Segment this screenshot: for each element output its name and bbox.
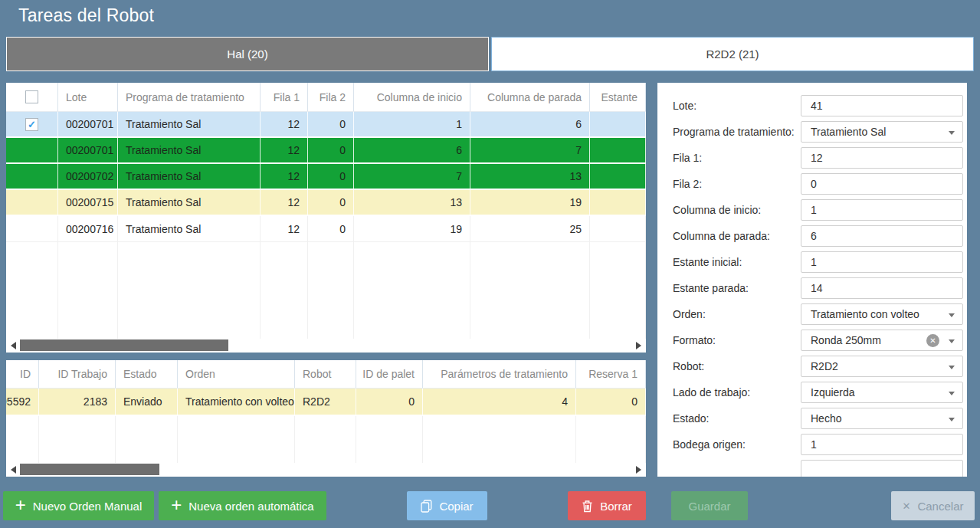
tab-r2d2[interactable]: R2D2 (21): [491, 37, 974, 71]
copy-icon: [421, 500, 432, 513]
column-header-id[interactable]: ID: [6, 360, 39, 388]
scrollbar-thumb[interactable]: [20, 464, 159, 475]
column-header-orden[interactable]: Orden: [178, 360, 295, 388]
jobs-table-header: ID ID Trabajo Estado Orden Robot ID de p…: [6, 360, 646, 389]
cell-fila2: 0: [308, 216, 354, 241]
tab-hal[interactable]: Hal (20): [6, 37, 489, 71]
robot-select[interactable]: R2D2: [801, 356, 963, 377]
cell-programa: Tratamiento Sal: [118, 190, 261, 215]
column-header-estante[interactable]: Estante: [590, 83, 646, 111]
table-row[interactable]: 00200701 Tratamiento Sal 12 0 6 7: [6, 138, 646, 164]
cell-fila1: 12: [261, 216, 308, 241]
column-header-id-trabajo[interactable]: ID Trabajo: [39, 360, 116, 388]
select-all-checkbox[interactable]: [25, 90, 38, 103]
cell-fila1: 12: [261, 138, 308, 162]
cell-lote: 00200716: [58, 216, 118, 241]
chevron-down-icon: [949, 366, 955, 369]
table-row[interactable]: 00200716 Tratamiento Sal 12 0 19 25: [6, 216, 646, 242]
cell-col-parada: 7: [470, 138, 590, 162]
jobs-table-hscrollbar[interactable]: [6, 463, 646, 477]
fila1-field[interactable]: [801, 148, 962, 168]
field-label-fila1: Fila 1:: [673, 152, 801, 164]
fila2-field[interactable]: [801, 174, 962, 194]
cell-lote: 00200701: [58, 138, 118, 162]
table-row[interactable]: ✓ 00200701 Tratamiento Sal 12 0 1 6: [6, 112, 646, 138]
new-automatic-order-button[interactable]: + Nueva orden automática: [159, 491, 326, 520]
orden-select[interactable]: Tratamiento con volteo: [801, 303, 963, 325]
field-label-lote: Lote:: [673, 100, 801, 112]
cell-fila2: 0: [308, 112, 354, 136]
tasks-table-header: Lote Programa de tratamiento Fila 1 Fila…: [6, 83, 646, 112]
cell-col-inicio: 1: [354, 112, 470, 136]
new-manual-order-button[interactable]: + Nuevo Orden Manual: [3, 491, 154, 520]
cell-col-parada: 13: [470, 164, 590, 189]
cell-fila2: 0: [308, 138, 354, 162]
trash-icon: [582, 500, 593, 513]
cell-id-palet: 0: [356, 389, 423, 415]
chevron-down-icon: [949, 392, 955, 395]
copy-button[interactable]: Copiar: [407, 491, 487, 520]
tasks-table-empty-area: [6, 242, 646, 339]
tasks-table-hscrollbar[interactable]: [6, 339, 646, 353]
scroll-right-icon[interactable]: [636, 466, 641, 474]
formato-select[interactable]: Ronda 250mm ✕: [801, 330, 963, 351]
estante-parada-field[interactable]: [801, 278, 962, 298]
cell-col-parada: 6: [470, 112, 590, 136]
column-header-col-inicio[interactable]: Columna de inicio: [354, 83, 470, 111]
cell-lote: 00200701: [58, 112, 118, 136]
cell-col-parada: 19: [470, 190, 590, 215]
columna-parada-field[interactable]: [801, 226, 962, 246]
cell-reserva1: 0: [576, 389, 646, 415]
cell-id-trabajo: 2183: [39, 389, 116, 415]
column-header-lote[interactable]: Lote: [58, 83, 118, 111]
lote-field[interactable]: [801, 96, 962, 116]
save-button[interactable]: Guardar: [671, 491, 748, 520]
programa-select[interactable]: Tratamiento Sal: [801, 121, 963, 143]
cell-estante: [590, 190, 646, 215]
scrollbar-thumb[interactable]: [20, 339, 228, 351]
column-header-reserva1[interactable]: Reserva 1: [576, 360, 646, 388]
cell-col-inicio: 19: [354, 216, 470, 241]
estado-select[interactable]: Hecho: [801, 408, 963, 429]
columna-inicio-field[interactable]: [801, 200, 962, 220]
row-checkbox[interactable]: ✓: [25, 118, 38, 131]
tasks-table: Lote Programa de tratamiento Fila 1 Fila…: [6, 83, 646, 353]
table-row[interactable]: 00200702 Tratamiento Sal 12 0 7 13: [6, 164, 646, 190]
scroll-right-icon[interactable]: [636, 342, 641, 349]
cell-estado: Enviado: [116, 389, 178, 415]
field-label-lado-trabajo: Lado de trabajo:: [673, 386, 801, 398]
estante-inicial-field[interactable]: [801, 252, 962, 272]
cell-fila2: 0: [308, 164, 354, 189]
cell-fila2: 0: [308, 190, 354, 215]
column-header-programa[interactable]: Programa de tratamiento: [118, 83, 261, 111]
field-label-fila2: Fila 2:: [673, 178, 801, 190]
column-header-id-palet[interactable]: ID de palet: [356, 360, 423, 388]
cell-parametros: 4: [423, 389, 576, 415]
clear-icon[interactable]: ✕: [926, 334, 939, 347]
scroll-left-icon[interactable]: [11, 466, 16, 474]
cancel-button[interactable]: ✕ Cancelar: [891, 491, 975, 520]
scroll-left-icon[interactable]: [11, 342, 16, 349]
task-detail-form: Lote: Programa de tratamiento: Tratamien…: [657, 83, 967, 477]
cell-col-parada: 25: [470, 216, 590, 241]
column-header-col-parada[interactable]: Columna de parada: [470, 83, 590, 111]
table-row[interactable]: 00200715 Tratamiento Sal 12 0 13 19: [6, 190, 646, 216]
lado-trabajo-select[interactable]: Izquierda: [801, 382, 963, 403]
partial-field[interactable]: [801, 461, 962, 477]
column-header-parametros[interactable]: Parámetros de tratamiento: [423, 360, 576, 388]
close-icon: ✕: [903, 500, 911, 512]
field-label-formato: Formato:: [673, 334, 801, 346]
column-header-robot[interactable]: Robot: [295, 360, 356, 388]
robot-tabs: Hal (20) R2D2 (21): [6, 37, 974, 71]
delete-button[interactable]: Borrar: [568, 491, 646, 520]
column-header-fila2[interactable]: Fila 2: [308, 83, 354, 111]
column-header-estado[interactable]: Estado: [116, 360, 178, 388]
column-header-fila1[interactable]: Fila 1: [261, 83, 308, 111]
bodega-origen-field[interactable]: [801, 435, 962, 454]
chevron-down-icon: [949, 339, 955, 343]
cell-programa: Tratamiento Sal: [118, 112, 261, 136]
cell-programa: Tratamiento Sal: [118, 138, 261, 162]
field-label-bodega-origen: Bodega origen:: [673, 438, 801, 451]
cell-col-inicio: 6: [354, 138, 470, 162]
table-row[interactable]: 95592 2183 Enviado Tratamiento con volte…: [6, 389, 646, 416]
